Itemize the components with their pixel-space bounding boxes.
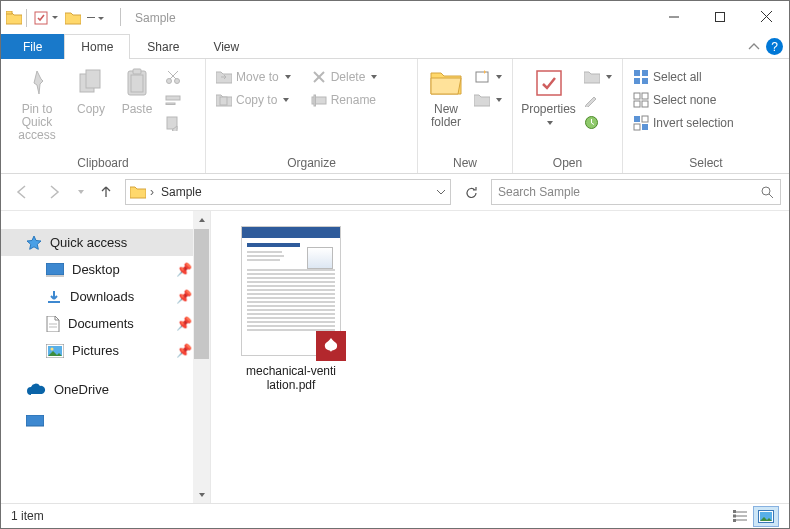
collapse-ribbon-icon[interactable]: [748, 41, 760, 53]
select-none-button[interactable]: Select none: [629, 88, 738, 111]
pin-icon: 📌: [176, 262, 192, 277]
sidebar-onedrive[interactable]: OneDrive: [1, 376, 210, 403]
svg-rect-27: [642, 78, 648, 84]
svg-rect-32: [634, 116, 640, 122]
delete-button[interactable]: Delete: [307, 65, 382, 88]
properties-button[interactable]: Properties: [519, 63, 578, 129]
forward-button[interactable]: [41, 179, 67, 205]
tab-file[interactable]: File: [1, 34, 64, 59]
edit-button[interactable]: [580, 88, 616, 111]
invert-selection-button[interactable]: Invert selection: [629, 111, 738, 134]
svg-rect-39: [46, 275, 64, 277]
organize-group-label: Organize: [206, 154, 417, 173]
navigation-row: › Sample Search Sample: [1, 174, 789, 210]
refresh-button[interactable]: [457, 179, 485, 205]
navigation-pane: Quick access Desktop📌 Downloads📌 Documen…: [1, 211, 211, 503]
desktop-icon: [46, 263, 64, 277]
breadcrumb-current[interactable]: Sample: [158, 185, 205, 199]
ribbon-tabs: File Home Share View ?: [1, 34, 789, 59]
search-placeholder: Search Sample: [498, 185, 760, 199]
select-all-button[interactable]: Select all: [629, 65, 738, 88]
thumbnails-view-button[interactable]: [753, 506, 779, 527]
qat-properties-icon[interactable]: [31, 10, 63, 26]
copy-path-button[interactable]: [161, 88, 185, 111]
pdf-thumbnail: [241, 226, 341, 356]
paste-shortcut-button[interactable]: [161, 111, 185, 134]
svg-rect-3: [716, 12, 725, 21]
ribbon-home: Pin to Quick access Copy Paste Clipboard: [1, 59, 789, 174]
minimize-button[interactable]: [651, 1, 697, 32]
copy-to-button[interactable]: Copy to: [212, 88, 295, 111]
svg-rect-21: [476, 72, 488, 82]
svg-rect-22: [537, 71, 561, 95]
tab-share[interactable]: Share: [130, 34, 196, 59]
scroll-thumb[interactable]: [194, 229, 209, 359]
cut-button[interactable]: [161, 65, 185, 88]
open-group-label: Open: [513, 154, 622, 173]
qat-new-folder-icon[interactable]: [63, 11, 83, 25]
search-input[interactable]: Search Sample: [491, 179, 781, 205]
monitor-icon: [26, 415, 44, 429]
new-folder-button[interactable]: New folder: [424, 63, 468, 129]
svg-line-37: [769, 194, 773, 198]
close-button[interactable]: [743, 1, 789, 32]
easy-access-button[interactable]: [470, 88, 506, 111]
sidebar-desktop[interactable]: Desktop📌: [1, 256, 210, 283]
sidebar-quick-access[interactable]: Quick access: [1, 229, 210, 256]
up-button[interactable]: [93, 179, 119, 205]
sidebar-documents[interactable]: Documents📌: [1, 310, 210, 337]
qat-customize-icon[interactable]: [83, 12, 111, 23]
file-name: mechanical-venti lation.pdf: [226, 364, 356, 392]
search-icon: [760, 185, 774, 199]
paste-button[interactable]: Paste: [115, 63, 159, 116]
file-item[interactable]: mechanical-venti lation.pdf: [226, 226, 356, 392]
address-bar[interactable]: › Sample: [125, 179, 451, 205]
sidebar-downloads[interactable]: Downloads📌: [1, 283, 210, 310]
new-item-button[interactable]: [470, 65, 506, 88]
svg-rect-29: [642, 93, 648, 99]
scroll-down-icon[interactable]: [193, 486, 210, 503]
svg-rect-52: [733, 519, 736, 522]
svg-rect-16: [220, 97, 227, 105]
maximize-button[interactable]: [697, 1, 743, 32]
qat-app-icon[interactable]: [6, 11, 22, 25]
svg-point-45: [51, 347, 54, 350]
svg-rect-35: [642, 124, 648, 130]
svg-rect-26: [634, 78, 640, 84]
select-group-label: Select: [623, 154, 789, 173]
file-list-pane[interactable]: mechanical-venti lation.pdf: [211, 211, 789, 503]
svg-point-12: [175, 78, 180, 83]
sidebar-pictures[interactable]: Pictures📌: [1, 337, 210, 364]
tab-view[interactable]: View: [196, 34, 256, 59]
scroll-up-icon[interactable]: [193, 211, 210, 228]
sidebar-scrollbar[interactable]: [193, 211, 210, 503]
svg-rect-30: [634, 101, 640, 107]
title-bar: Sample: [1, 1, 789, 34]
pin-icon: 📌: [176, 316, 192, 331]
help-button[interactable]: ?: [766, 38, 783, 55]
svg-rect-38: [46, 263, 64, 275]
details-view-button[interactable]: [727, 506, 753, 527]
svg-rect-50: [733, 510, 736, 513]
svg-rect-20: [314, 95, 316, 106]
sidebar-this-pc-partial[interactable]: [1, 415, 210, 429]
clipboard-group-label: Clipboard: [1, 154, 205, 173]
tab-home[interactable]: Home: [64, 34, 130, 59]
svg-point-36: [762, 187, 770, 195]
pin-quick-access-button[interactable]: Pin to Quick access: [7, 63, 67, 142]
open-button[interactable]: [580, 65, 616, 88]
svg-rect-34: [634, 124, 640, 130]
svg-rect-24: [634, 70, 640, 76]
copy-button[interactable]: Copy: [69, 63, 113, 116]
status-bar: 1 item: [1, 503, 789, 528]
address-dropdown-icon[interactable]: [436, 187, 446, 197]
move-to-button[interactable]: Move to: [212, 65, 295, 88]
pin-icon: 📌: [176, 343, 192, 358]
rename-button[interactable]: Rename: [307, 88, 382, 111]
explorer-window: Sample File Home Share View ? Pin to Qui…: [0, 0, 790, 529]
content-area: Quick access Desktop📌 Downloads📌 Documen…: [1, 210, 789, 503]
back-button[interactable]: [9, 179, 35, 205]
history-button[interactable]: [580, 111, 616, 134]
svg-rect-46: [26, 415, 44, 426]
recent-locations-button[interactable]: [73, 179, 87, 205]
